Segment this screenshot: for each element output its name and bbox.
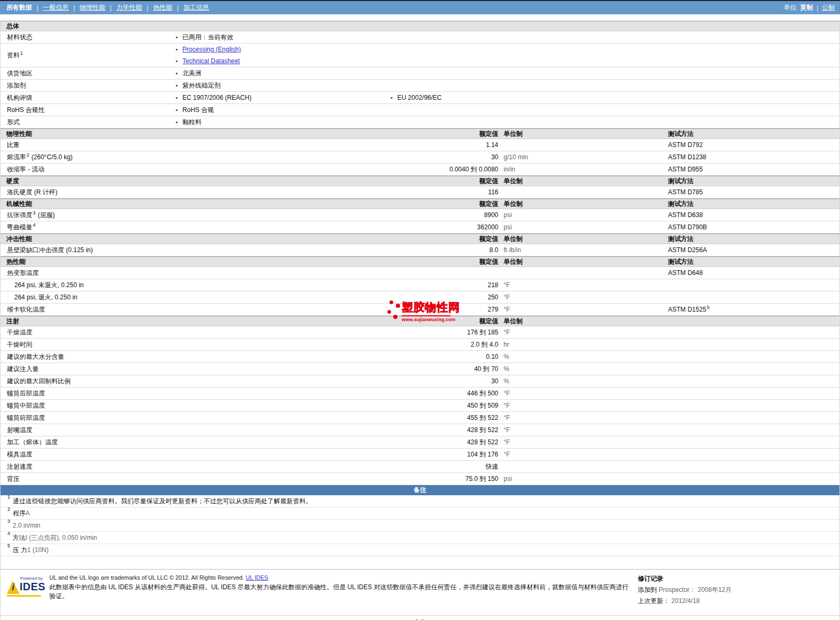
unit-divider: | [817,4,818,12]
document-link-item: •Processing (English) [170,44,385,55]
property-label: 螺筒中部温度 [1,401,361,410]
property-value: 450 到 509 [361,401,499,410]
datasheet-table: 总体 材料状态•已商用：当前有效资料1•Processing (English)… [0,21,840,620]
main-nav: 所有数据|一般信息|物理性能|力学性能|热性能|加工信息 单位 英制 | 公制 [0,1,840,14]
property-row: 比重1.14ASTM D792 [1,139,839,151]
general-row: 添加剂•紫外线稳定剂 [1,80,839,92]
footnote-text-latin: A [25,510,30,517]
section-header-5: 注射额定值单位制 [1,316,839,326]
test-method: ASTM D648 [664,269,839,277]
unit-metric-link[interactable]: 公制 [822,3,835,12]
revision-label: 添加到 [638,586,659,593]
footnote-text-latin: 1 (10N) [27,546,48,554]
property-row: 建议的最大水分含量0.10% [1,351,839,363]
nav-item-3[interactable]: 力学性能 [116,3,142,12]
value-item: •北美洲 [170,67,385,79]
footnote-ref: 3 [33,210,36,216]
footnote-row: 2程序 A [1,507,839,520]
property-note: (260°C/5.0 kg) [30,153,73,161]
value-item: •EC 1907/2006 (REACH) [170,92,385,104]
property-unit: % [499,353,664,360]
document-link[interactable]: Processing (English) [183,46,241,53]
property-label: 背压 [1,475,361,484]
footer-disclaimer: 此数据表中的信息由 UL IDES 从该材料的生产商处获得。UL IDES 尽最… [49,583,630,601]
property-row: 螺筒中部温度450 到 509°F [1,400,839,412]
property-label: 264 psi, 未退火, 0.250 in [1,281,361,290]
bullet-icon: • [176,107,178,113]
document-link[interactable]: Technical Datasheet [183,57,240,65]
property-note: (0.125 in) [64,246,93,254]
unit-imperial-selected[interactable]: 英制 [800,3,813,12]
revision-title: 修订记录 [638,574,834,583]
value-item: •已商用：当前有效 [170,31,385,43]
property-unit: °F [499,281,664,289]
property-value: 0.0040 到 0.0080 [361,165,499,174]
nav-item-4[interactable]: 热性能 [153,3,172,12]
test-method: ASTM D785 [664,188,839,196]
column-header-value: 额定值 [361,257,499,266]
general-values: •颗粒料 [170,116,385,128]
property-label: 建议的最大水分含量 [1,352,361,361]
main-nav-items: 所有数据|一般信息|物理性能|力学性能|热性能|加工信息 [5,3,214,12]
property-value: 30 [361,377,499,385]
test-method: ASTM D638 [664,211,839,219]
property-value: 250 [361,294,499,301]
section-title: 机械性能 [1,200,361,209]
footnote-text-latin: 2.0 in/min [13,522,40,529]
general-values: •RoHS 合规 [170,104,385,116]
property-unit: °F [499,306,664,313]
footer-trademark-text: UL and the UL logo are trademarks of UL … [49,574,246,581]
ides-logo: i Powered by IDES [6,574,43,598]
property-label: 射嘴温度 [1,426,361,435]
property-label: 熔流率2 (260°C/5.0 kg) [1,153,361,162]
units-label: 单位 [784,3,796,12]
value-item: •紫外线稳定剂 [170,80,385,91]
general-row: 形式•颗粒料 [1,116,839,128]
footnote-text: 方法 [13,533,25,542]
column-header-method: 测试方法 [664,257,839,266]
revision-value: Prospector： 2008年12月 [659,586,731,593]
footer-texts: UL and the UL logo are trademarks of UL … [49,574,630,601]
property-row: 维卡软化温度279°FASTM D15255 [1,304,839,316]
value-text: 颗粒料 [183,118,202,127]
nav-separator: | [110,4,111,12]
property-row: 热变形温度ASTM D648 [1,267,839,279]
property-value: 75.0 到 150 [361,475,499,484]
general-row: 资料1•Processing (English)•Technical Datas… [1,44,839,67]
revision-row: 添加到 Prospector： 2008年12月 [638,585,834,595]
bullet-icon: • [176,119,178,125]
property-label: 抗张强度3 (屈服) [1,211,361,220]
spacer [0,14,840,21]
footnote-ref: 5 [707,305,709,310]
nav-item-1[interactable]: 一般信息 [43,3,68,12]
section-header-3: 冲击性能额定值单位制测试方法 [1,234,839,244]
section-header-1: 硬度额定值单位制测试方法 [1,176,839,186]
footnote-row: 32.0 in/min [1,520,839,532]
property-value: 快速 [361,462,499,471]
property-row: 背压75.0 到 150psi [1,473,839,485]
general-values: •紫外线稳定剂 [170,80,385,91]
property-unit: in/in [499,166,664,173]
value-text: EC 1907/2006 (REACH) [183,94,252,101]
nav-item-0[interactable]: 所有数据 [6,3,32,12]
ides-logo-i-icon: i [12,581,14,593]
revision-row: 上次更新： 2012/4/18 [638,597,834,606]
test-method: ASTM D792 [664,141,839,149]
section-title: 硬度 [1,177,361,186]
property-unit: °F [499,426,664,434]
property-value: 176 到 185 [361,328,499,337]
test-method: ASTM D790B [664,223,839,231]
ul-ides-link[interactable]: UL IDES [246,574,268,581]
nav-item-2[interactable]: 物理性能 [80,3,105,12]
nav-separator: | [146,4,148,12]
bullet-icon: • [176,94,178,101]
property-row: 收缩率 - 流动0.0040 到 0.0080in/inASTM D955 [1,163,839,176]
nav-item-5[interactable]: 加工信息 [184,3,209,12]
bullet-icon: • [176,46,178,53]
column-header-method: 测试方法 [664,130,839,139]
bullet-icon: • [176,34,178,40]
property-label: 螺筒后部温度 [1,389,361,398]
general-values-secondary: •EU 2002/96/EC [385,92,839,104]
property-label: 干燥温度 [1,328,361,337]
general-row: RoHS 合规性•RoHS 合规 [1,104,839,116]
